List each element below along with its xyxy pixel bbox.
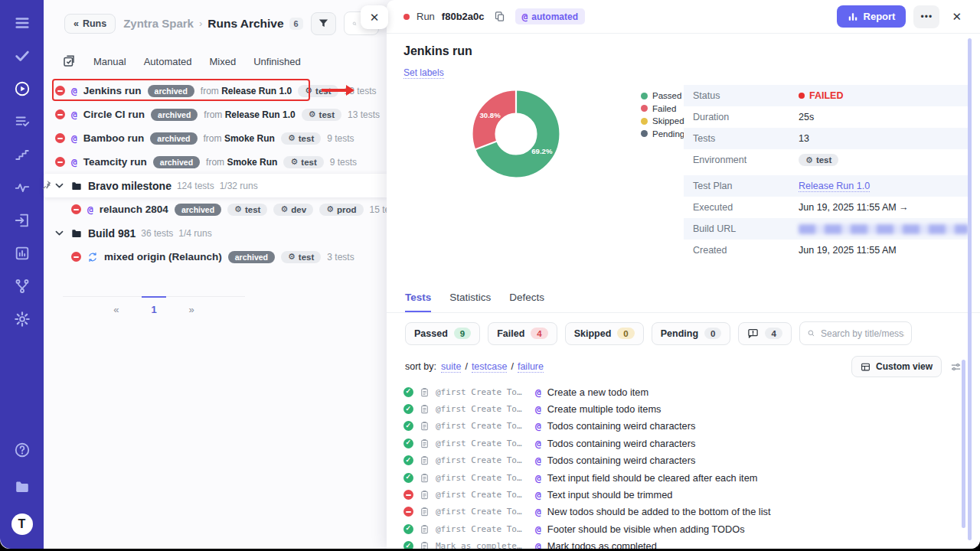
status-value: FAILED xyxy=(799,90,843,101)
env-badge-label: test xyxy=(299,253,314,262)
sidebar-runs-list-icon[interactable] xyxy=(12,112,32,132)
env-badge-test[interactable]: ⚙test xyxy=(227,204,267,216)
detail-close-button[interactable]: ✕ xyxy=(947,7,966,27)
automated-icon: @ xyxy=(71,109,77,120)
origin-tab-unfinished[interactable]: Unfinished xyxy=(253,56,300,67)
automated-badge[interactable]: @ automated xyxy=(515,8,586,24)
filter-chip-failed[interactable]: Failed4 xyxy=(488,322,557,345)
tab-tests[interactable]: Tests xyxy=(405,292,431,312)
test-row[interactable]: @first Create To…@Create a new todo item xyxy=(387,383,980,400)
tab-defects[interactable]: Defects xyxy=(509,292,544,312)
pagination-prev[interactable]: « xyxy=(113,297,119,315)
test-row[interactable]: @first Create To…@Todos containing weird… xyxy=(387,435,980,452)
panel-close-button[interactable]: ✕ xyxy=(361,5,388,29)
env-badge-test[interactable]: ⚙test xyxy=(298,85,338,97)
run-name: Jenkins run xyxy=(83,85,142,96)
pagination-next[interactable]: » xyxy=(189,297,194,315)
folder-runs-meta: 1/4 runs xyxy=(178,228,211,239)
gear-icon: ⚙ xyxy=(288,253,296,261)
sidebar-import-icon[interactable] xyxy=(12,210,32,230)
test-row[interactable]: Mark as complete…@Mark todos as complete… xyxy=(387,538,980,549)
run-row-jenkins-run[interactable]: @Jenkins runarchivedfrom Release Run 1.0… xyxy=(44,79,387,103)
folder-row-build-981[interactable]: Build 98136 tests1/4 runs xyxy=(44,221,387,245)
legend-label: Pending xyxy=(652,129,684,139)
origin-tab-automated[interactable]: Automated xyxy=(144,56,192,67)
pagination: « 1 » xyxy=(63,296,245,315)
search-icon xyxy=(807,328,815,338)
run-row-relaunch-2804[interactable]: @relaunch 2804archived⚙test⚙dev⚙prod15 t… xyxy=(44,197,387,221)
info-label: Environment xyxy=(693,155,799,165)
run-row-circle-ci-run[interactable]: @Circle CI runarchivedfrom Release Run 1… xyxy=(44,103,387,126)
run-row-bamboo-run[interactable]: @Bamboo runarchivedfrom Smoke Run⚙test9 … xyxy=(44,126,387,150)
sidebar-play-circle-icon[interactable] xyxy=(12,79,32,99)
run-row-mixed-origin-relaunch-[interactable]: mixed origin (Relaunch)archived⚙test3 te… xyxy=(44,245,387,269)
sort-by-failure[interactable]: failure xyxy=(518,361,544,373)
info-value: 13 xyxy=(799,133,809,144)
env-badge-test[interactable]: ⚙test xyxy=(302,109,341,121)
sidebar-menu-icon[interactable] xyxy=(12,13,32,33)
env-badge-test[interactable]: ⚙test xyxy=(281,132,321,145)
legend-label: Skipped xyxy=(652,116,684,126)
info-row-status: StatusFAILED xyxy=(684,85,969,106)
test-row[interactable]: @first Create To…@Footer should be visib… xyxy=(387,520,980,537)
folder-row-bravo-milestone[interactable]: Bravo milestone124 tests1/32 runs xyxy=(44,174,387,197)
test-row[interactable]: @first Create To…@Text input should be t… xyxy=(387,486,980,503)
run-row-teamcity-run[interactable]: @Teamcity runarchivedfrom Smoke Run⚙test… xyxy=(44,150,387,174)
more-options-button[interactable]: ••• xyxy=(913,5,939,28)
sidebar-projects-folder-icon[interactable] xyxy=(12,477,32,497)
sliders-icon[interactable] xyxy=(950,361,962,373)
test-title: New todos should be added to the bottom … xyxy=(547,506,771,517)
tab-statistics[interactable]: Statistics xyxy=(449,292,491,312)
select-all-icon[interactable] xyxy=(62,54,76,68)
filter-chip-pending[interactable]: Pending0 xyxy=(652,322,731,345)
env-badge-dev[interactable]: ⚙dev xyxy=(273,204,313,216)
env-badge-test[interactable]: ⚙test xyxy=(283,156,323,168)
sidebar-pulse-icon[interactable] xyxy=(12,178,32,197)
folder-name: Bravo milestone xyxy=(88,180,172,192)
filter-chip-skipped[interactable]: Skipped0 xyxy=(565,322,644,345)
test-search[interactable] xyxy=(799,321,912,345)
test-list-scrollbar[interactable] xyxy=(962,360,965,528)
test-search-input[interactable] xyxy=(821,328,904,339)
env-badge-test[interactable]: ⚙test xyxy=(799,154,838,166)
sort-by-testcase[interactable]: testcase xyxy=(472,361,508,373)
test-row[interactable]: @first Create To…@New todos should be ad… xyxy=(387,504,980,520)
info-row-tests: Tests13 xyxy=(684,128,969,149)
search-icon xyxy=(352,18,357,29)
origin-tab-mixed[interactable]: Mixed xyxy=(210,56,237,67)
sidebar-branch-icon[interactable] xyxy=(12,276,32,296)
env-badge-prod[interactable]: ⚙prod xyxy=(319,204,363,216)
sidebar-check-icon[interactable] xyxy=(12,46,32,66)
env-badge-test[interactable]: ⚙test xyxy=(281,251,321,263)
filter-chip-comments[interactable]: 4 xyxy=(738,322,791,345)
panel-scrollbar[interactable] xyxy=(968,38,972,540)
custom-view-button[interactable]: Custom view xyxy=(851,356,942,377)
test-row[interactable]: @first Create To…@Todos containing weird… xyxy=(387,452,980,469)
test-row[interactable]: @first Create To…@Text input field shoul… xyxy=(387,469,980,486)
pagination-page-1[interactable]: 1 xyxy=(142,296,165,316)
sidebar-help-icon[interactable] xyxy=(12,440,32,460)
sort-by-suite[interactable]: suite xyxy=(441,361,461,373)
sidebar-analytics-icon[interactable] xyxy=(12,243,32,263)
chevron-down-icon[interactable] xyxy=(54,227,65,239)
sidebar-gear-icon[interactable] xyxy=(12,309,32,329)
back-to-runs-button[interactable]: « Runs xyxy=(64,14,116,34)
test-row[interactable]: @first Create To…@Todos containing weird… xyxy=(387,418,980,435)
origin-tab-manual[interactable]: Manual xyxy=(93,56,126,67)
breadcrumb-project[interactable]: Zyntra Spark xyxy=(123,17,194,30)
filter-chip-passed[interactable]: Passed9 xyxy=(405,322,480,345)
from-plan-text: from Release Run 1.0 xyxy=(204,109,295,120)
sidebar-steps-icon[interactable] xyxy=(12,145,32,165)
report-button[interactable]: Report xyxy=(837,5,906,28)
set-labels-link[interactable]: Set labels xyxy=(403,67,444,79)
test-plan-link[interactable]: Release Run 1.0 xyxy=(799,181,870,192)
clipboard-icon xyxy=(420,404,430,414)
test-row[interactable]: @first Create To…@Create multiple todo i… xyxy=(387,400,980,417)
sort-separator: / xyxy=(465,361,467,372)
chevron-down-icon[interactable] xyxy=(54,180,65,191)
test-title: Todos containing weird characters xyxy=(547,455,695,466)
tests-count: 13 tests xyxy=(348,109,380,120)
app-logo[interactable]: T xyxy=(11,514,33,535)
filter-button[interactable] xyxy=(311,12,336,35)
copy-icon[interactable] xyxy=(494,11,505,22)
